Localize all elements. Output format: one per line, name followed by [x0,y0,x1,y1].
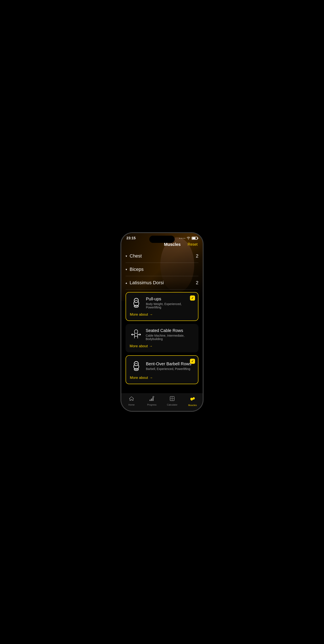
nav-item-muscles[interactable]: Muscles [182,396,203,406]
exercise-name-cable-rows: Seated Cable Rows [146,328,194,333]
muscle-groups-section: ▾ Chest 2 ▾ Biceps ▴ [121,250,203,290]
chevron-down-icon: ▾ [126,254,127,258]
check-icon: ✓ [191,296,194,300]
muscle-row-left-biceps: ▾ Biceps [126,267,144,272]
more-about-arrow-cable-rows: → [149,344,153,348]
svg-text:÷: ÷ [173,399,174,400]
exercise-tags-cable-rows: Cable Machine, Intermediate, Bodybuildin… [146,334,194,341]
more-about-pullups[interactable]: More about → [130,311,194,317]
muscle-count-chest: 2 [196,253,198,259]
wifi-icon [186,236,190,240]
cable-icon-rows [130,328,142,341]
muscle-row-chest[interactable]: ▾ Chest 2 [126,250,198,263]
svg-text:+: + [171,397,171,398]
content-area[interactable]: ▾ Chest 2 ▾ Biceps ▴ [121,250,203,411]
muscle-row-left-lats: ▴ Latissimus Dorsi [126,280,164,286]
home-icon [129,396,134,402]
kettlebell-icon-bent-rows [130,360,143,372]
bottom-nav: Home Progress [121,394,203,411]
signal-icon [179,238,185,239]
nav-item-home[interactable]: Home [121,396,142,406]
svg-rect-11 [153,398,154,401]
check-icon-bent: ✓ [191,360,194,363]
exercise-info-cable-rows: Seated Cable Rows Cable Machine, Interme… [146,328,194,341]
exercise-header-bent-rows: Bent-Over Barbell Rows Barbell, Experien… [130,360,194,372]
exercise-header-pullups: Pull-ups Body Weight, Experienced, Power… [130,296,194,309]
muscles-icon [189,396,195,403]
exercise-card-cable-rows[interactable]: Seated Cable Rows Cable Machine, Interme… [126,324,198,352]
chevron-down-icon-biceps: ▾ [126,268,127,271]
nav-label-home: Home [128,404,135,406]
nav-label-progress: Progress [147,404,157,406]
svg-rect-9 [150,400,151,401]
exercise-info-bent-rows: Bent-Over Barbell Rows Barbell, Experien… [146,362,194,370]
exercises-list: ✓ Pull-ups Bo [121,290,203,390]
kettlebell-icon-pullups [130,296,143,309]
muscle-name-biceps: Biceps [130,267,144,272]
more-about-arrow-bent-rows: → [149,376,153,380]
progress-icon [149,396,155,402]
exercise-info-pullups: Pull-ups Body Weight, Experienced, Power… [146,296,194,309]
status-icons [179,236,198,240]
muscle-row-biceps[interactable]: ▾ Biceps [126,263,198,276]
chevron-up-icon: ▴ [126,281,127,284]
svg-rect-10 [151,398,152,401]
more-about-label-bent-rows: More about [130,376,148,380]
checkbox-bent-rows[interactable]: ✓ [190,359,195,364]
dynamic-island [149,236,175,243]
calculator-icon: + - × ÷ [169,396,175,402]
nav-label-muscles: Muscles [188,404,197,406]
muscle-row-lats[interactable]: ▴ Latissimus Dorsi 2 [126,276,198,290]
checkbox-pullups[interactable]: ✓ [190,296,195,300]
nav-label-calculator: Calculator [167,404,177,406]
more-about-bent-rows[interactable]: More about → [130,374,194,380]
nav-item-progress[interactable]: Progress [142,396,162,406]
muscle-count-lats: 2 [196,280,198,286]
phone-frame: 23:15 [121,232,203,412]
exercise-header-cable-rows: Seated Cable Rows Cable Machine, Interme… [130,328,194,341]
more-about-label-pullups: More about [130,312,148,317]
muscle-row-left-chest: ▾ Chest [126,253,142,259]
exercise-card-pullups[interactable]: ✓ Pull-ups Bo [126,292,198,321]
reset-button[interactable]: Reset [188,242,198,247]
muscle-name-chest: Chest [130,253,142,259]
svg-point-3 [134,330,138,334]
exercise-tags-pullups: Body Weight, Experienced, Powerlifting [146,302,194,309]
svg-text:×: × [170,399,171,400]
svg-text:-: - [173,397,173,398]
phone-screen: 23:15 [121,233,203,411]
more-about-arrow-pullups: → [149,312,153,317]
battery-icon [192,237,198,240]
status-time: 23:15 [126,236,136,240]
exercise-name-bent-rows: Bent-Over Barbell Rows [146,362,194,366]
exercise-card-bent-rows[interactable]: ✓ Bent-Over Barbell Rows [126,355,198,384]
exercise-name-pullups: Pull-ups [146,296,194,302]
more-about-cable-rows[interactable]: More about → [130,343,194,348]
more-about-label-cable-rows: More about [130,344,148,348]
nav-item-calculator[interactable]: + - × ÷ Calculator [162,396,182,406]
muscle-name-lats: Latissimus Dorsi [130,280,164,286]
exercise-tags-bent-rows: Barbell, Experienced, Powerlifting [146,367,194,370]
